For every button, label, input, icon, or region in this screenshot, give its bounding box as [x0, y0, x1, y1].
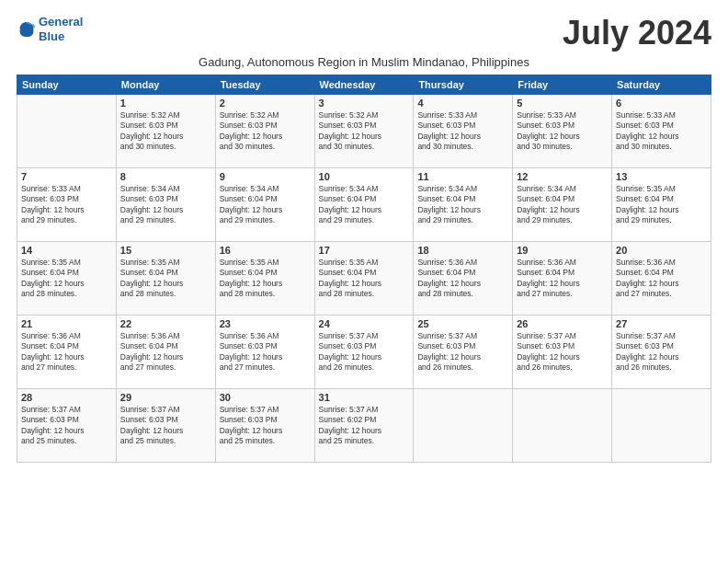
day-info: Sunrise: 5:37 AM Sunset: 6:03 PM Dayligh… — [120, 405, 211, 447]
day-info: Sunrise: 5:36 AM Sunset: 6:04 PM Dayligh… — [616, 258, 707, 300]
day-number: 19 — [517, 245, 608, 256]
calendar-cell: 8Sunrise: 5:34 AM Sunset: 6:03 PM Daylig… — [116, 167, 215, 241]
calendar-cell: 10Sunrise: 5:34 AM Sunset: 6:04 PM Dayli… — [314, 167, 414, 241]
month-title: July 2024 — [563, 15, 711, 52]
calendar-body: 1Sunrise: 5:32 AM Sunset: 6:03 PM Daylig… — [17, 94, 711, 462]
calendar-cell: 27Sunrise: 5:37 AM Sunset: 6:03 PM Dayli… — [612, 315, 711, 388]
day-number: 22 — [120, 318, 211, 329]
day-info: Sunrise: 5:34 AM Sunset: 6:04 PM Dayligh… — [220, 184, 311, 226]
day-number: 9 — [220, 171, 311, 182]
calendar-cell: 16Sunrise: 5:35 AM Sunset: 6:04 PM Dayli… — [215, 241, 314, 315]
calendar-week-2: 7Sunrise: 5:33 AM Sunset: 6:03 PM Daylig… — [17, 167, 711, 241]
day-number: 30 — [220, 392, 311, 403]
logo: General Blue — [17, 15, 83, 43]
calendar-cell: 15Sunrise: 5:35 AM Sunset: 6:04 PM Dayli… — [116, 241, 215, 315]
subtitle: Gadung, Autonomous Region in Muslim Mind… — [17, 55, 711, 69]
page: General Blue July 2024 Gadung, Autonomou… — [0, 0, 728, 563]
calendar-cell: 28Sunrise: 5:37 AM Sunset: 6:03 PM Dayli… — [17, 388, 117, 462]
calendar-week-4: 21Sunrise: 5:36 AM Sunset: 6:04 PM Dayli… — [17, 315, 711, 388]
day-number: 20 — [616, 245, 707, 256]
calendar-cell: 24Sunrise: 5:37 AM Sunset: 6:03 PM Dayli… — [314, 315, 414, 388]
day-info: Sunrise: 5:32 AM Sunset: 6:03 PM Dayligh… — [319, 110, 410, 153]
calendar-cell: 5Sunrise: 5:33 AM Sunset: 6:03 PM Daylig… — [513, 94, 612, 167]
day-info: Sunrise: 5:37 AM Sunset: 6:03 PM Dayligh… — [517, 331, 608, 373]
title-section: July 2024 — [563, 15, 711, 52]
calendar-cell: 31Sunrise: 5:37 AM Sunset: 6:02 PM Dayli… — [314, 388, 414, 462]
col-sunday: Sunday — [17, 75, 117, 94]
calendar-cell: 21Sunrise: 5:36 AM Sunset: 6:04 PM Dayli… — [17, 315, 117, 388]
calendar-cell — [612, 388, 711, 462]
day-info: Sunrise: 5:37 AM Sunset: 6:03 PM Dayligh… — [319, 331, 410, 373]
day-info: Sunrise: 5:34 AM Sunset: 6:03 PM Dayligh… — [120, 184, 211, 226]
logo-text: General Blue — [39, 15, 83, 43]
calendar-cell: 20Sunrise: 5:36 AM Sunset: 6:04 PM Dayli… — [612, 241, 711, 315]
day-info: Sunrise: 5:33 AM Sunset: 6:03 PM Dayligh… — [21, 184, 112, 226]
day-number: 16 — [220, 245, 311, 256]
calendar-cell: 18Sunrise: 5:36 AM Sunset: 6:04 PM Dayli… — [414, 241, 513, 315]
calendar-cell: 9Sunrise: 5:34 AM Sunset: 6:04 PM Daylig… — [215, 167, 314, 241]
day-info: Sunrise: 5:34 AM Sunset: 6:04 PM Dayligh… — [417, 184, 508, 226]
day-number: 26 — [517, 318, 608, 329]
calendar-table: Sunday Monday Tuesday Wednesday Thursday… — [17, 75, 711, 463]
calendar-cell: 14Sunrise: 5:35 AM Sunset: 6:04 PM Dayli… — [17, 241, 117, 315]
calendar-cell: 1Sunrise: 5:32 AM Sunset: 6:03 PM Daylig… — [116, 94, 215, 167]
calendar-cell: 26Sunrise: 5:37 AM Sunset: 6:03 PM Dayli… — [513, 315, 612, 388]
day-number: 14 — [21, 245, 112, 256]
day-info: Sunrise: 5:36 AM Sunset: 6:04 PM Dayligh… — [21, 331, 112, 373]
day-number: 13 — [616, 171, 707, 182]
col-tuesday: Tuesday — [215, 75, 314, 94]
calendar-cell: 2Sunrise: 5:32 AM Sunset: 6:03 PM Daylig… — [215, 94, 314, 167]
calendar-cell: 17Sunrise: 5:35 AM Sunset: 6:04 PM Dayli… — [314, 241, 414, 315]
col-saturday: Saturday — [612, 75, 711, 94]
calendar-cell — [414, 388, 513, 462]
calendar-cell: 11Sunrise: 5:34 AM Sunset: 6:04 PM Dayli… — [414, 167, 513, 241]
calendar-cell: 30Sunrise: 5:37 AM Sunset: 6:03 PM Dayli… — [215, 388, 314, 462]
day-info: Sunrise: 5:35 AM Sunset: 6:04 PM Dayligh… — [319, 258, 410, 300]
day-info: Sunrise: 5:35 AM Sunset: 6:04 PM Dayligh… — [120, 258, 211, 300]
calendar-cell — [513, 388, 612, 462]
calendar-cell: 19Sunrise: 5:36 AM Sunset: 6:04 PM Dayli… — [513, 241, 612, 315]
day-number: 15 — [120, 245, 211, 256]
day-number: 5 — [517, 98, 608, 109]
day-number: 18 — [417, 245, 508, 256]
logo-line1: General — [39, 15, 83, 29]
day-info: Sunrise: 5:33 AM Sunset: 6:03 PM Dayligh… — [517, 110, 608, 153]
calendar-cell: 7Sunrise: 5:33 AM Sunset: 6:03 PM Daylig… — [17, 167, 117, 241]
day-info: Sunrise: 5:37 AM Sunset: 6:03 PM Dayligh… — [417, 331, 508, 373]
logo-icon — [17, 19, 37, 40]
day-info: Sunrise: 5:37 AM Sunset: 6:03 PM Dayligh… — [616, 331, 707, 373]
day-number: 4 — [417, 98, 508, 109]
day-info: Sunrise: 5:36 AM Sunset: 6:04 PM Dayligh… — [517, 258, 608, 300]
calendar-week-5: 28Sunrise: 5:37 AM Sunset: 6:03 PM Dayli… — [17, 388, 711, 462]
day-info: Sunrise: 5:32 AM Sunset: 6:03 PM Dayligh… — [120, 110, 211, 153]
day-number: 27 — [616, 318, 707, 329]
day-number: 21 — [21, 318, 112, 329]
day-number: 28 — [21, 392, 112, 403]
day-info: Sunrise: 5:35 AM Sunset: 6:04 PM Dayligh… — [220, 258, 311, 300]
header-row: Sunday Monday Tuesday Wednesday Thursday… — [17, 75, 711, 94]
day-number: 7 — [21, 171, 112, 182]
calendar-week-1: 1Sunrise: 5:32 AM Sunset: 6:03 PM Daylig… — [17, 94, 711, 167]
day-number: 1 — [120, 98, 211, 109]
calendar-header: Sunday Monday Tuesday Wednesday Thursday… — [17, 75, 711, 94]
day-info: Sunrise: 5:36 AM Sunset: 6:03 PM Dayligh… — [220, 331, 311, 373]
day-info: Sunrise: 5:37 AM Sunset: 6:02 PM Dayligh… — [319, 405, 410, 447]
day-number: 31 — [319, 392, 410, 403]
day-info: Sunrise: 5:36 AM Sunset: 6:04 PM Dayligh… — [417, 258, 508, 300]
day-info: Sunrise: 5:32 AM Sunset: 6:03 PM Dayligh… — [220, 110, 311, 153]
day-info: Sunrise: 5:33 AM Sunset: 6:03 PM Dayligh… — [616, 110, 707, 153]
day-number: 10 — [319, 171, 410, 182]
day-number: 23 — [220, 318, 311, 329]
day-info: Sunrise: 5:35 AM Sunset: 6:04 PM Dayligh… — [616, 184, 707, 226]
day-number: 25 — [417, 318, 508, 329]
calendar-cell: 29Sunrise: 5:37 AM Sunset: 6:03 PM Dayli… — [116, 388, 215, 462]
calendar-cell: 12Sunrise: 5:34 AM Sunset: 6:04 PM Dayli… — [513, 167, 612, 241]
calendar-cell: 23Sunrise: 5:36 AM Sunset: 6:03 PM Dayli… — [215, 315, 314, 388]
day-number: 17 — [319, 245, 410, 256]
col-friday: Friday — [513, 75, 612, 94]
day-info: Sunrise: 5:36 AM Sunset: 6:04 PM Dayligh… — [120, 331, 211, 373]
calendar-cell: 3Sunrise: 5:32 AM Sunset: 6:03 PM Daylig… — [314, 94, 414, 167]
col-wednesday: Wednesday — [314, 75, 414, 94]
day-info: Sunrise: 5:37 AM Sunset: 6:03 PM Dayligh… — [21, 405, 112, 447]
day-info: Sunrise: 5:33 AM Sunset: 6:03 PM Dayligh… — [417, 110, 508, 153]
